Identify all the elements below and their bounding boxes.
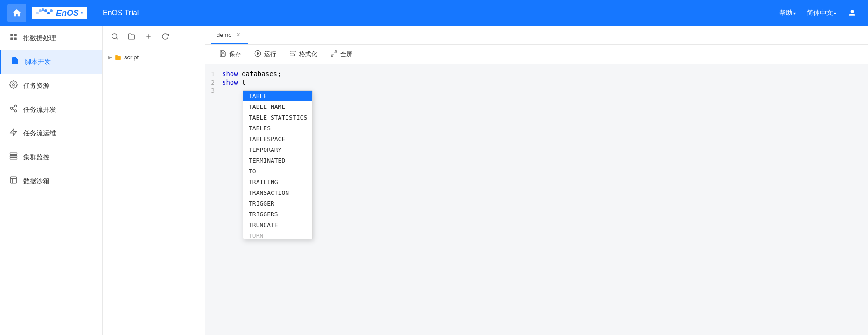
logo: EnOS™ [32,7,87,19]
sandbox-icon [9,176,18,186]
svg-point-13 [10,107,13,110]
autocomplete-item-trigger[interactable]: TRIGGER [243,198,312,209]
sidebar-item-script-dev[interactable]: 脚本开发 [0,50,102,74]
svg-line-32 [331,54,333,56]
sidebar-item-cluster[interactable]: 集群监控 [0,145,102,169]
workflow-dev-icon [9,104,18,115]
file-panel: ▶ script [103,26,205,335]
svg-point-4 [47,12,50,14]
autocomplete-item-transaction[interactable]: TRANSACTION [243,187,312,198]
line-number-1: 1 [205,71,222,78]
autocomplete-item-temporary[interactable]: TEMPORARY [243,144,312,155]
svg-rect-19 [10,156,17,157]
svg-point-22 [112,34,117,39]
sidebar-item-batch-data[interactable]: 批数据处理 [0,26,102,50]
sidebar-label-task: 任务资源 [23,82,49,90]
autocomplete-item-table-statistics[interactable]: TABLE_STATISTICS [243,112,312,123]
sidebar: 批数据处理 脚本开发 任务资源 任务流开发 任务流运维 [0,26,103,335]
tab-bar: demo ✕ [205,26,868,45]
header-title: EnOS Trial [103,9,139,17]
autocomplete-item-triggers[interactable]: TRIGGERS [243,209,312,220]
tab-close-button[interactable]: ✕ [235,31,242,39]
code-text-1: databases; [242,70,281,78]
line-number-3: 3 [205,87,222,94]
workflow-ops-icon [9,128,18,139]
fullscreen-button[interactable]: 全屏 [324,48,359,61]
logo-en-text: En [56,8,67,18]
file-toolbar [103,26,205,47]
svg-rect-10 [14,38,17,40]
header-right: 帮助 ▾ 简体中文 ▾ [776,7,861,20]
editor-toolbar: 保存 运行 格式化 全屏 [205,45,868,64]
task-resource-icon [9,80,18,91]
sidebar-label-cluster: 集群监控 [23,153,49,162]
add-file-button[interactable] [142,30,155,43]
svg-marker-17 [10,129,17,136]
svg-line-15 [12,109,14,110]
svg-point-6 [851,10,854,13]
file-tree: ▶ script [103,47,205,335]
editor-area: demo ✕ 保存 运行 格式化 [205,26,868,335]
logo-os-text: OS [67,8,79,18]
svg-point-1 [39,9,42,12]
svg-line-31 [335,51,336,53]
svg-line-16 [12,107,14,108]
autocomplete-item-truncate[interactable]: TRUNCATE [243,220,312,230]
sidebar-item-sandbox[interactable]: 数据沙箱 [0,169,102,193]
fullscreen-label: 全屏 [340,50,352,58]
help-button[interactable]: 帮助 ▾ [776,7,799,19]
user-avatar[interactable] [844,7,861,20]
save-icon [219,50,226,58]
svg-rect-21 [10,177,17,183]
sidebar-label-script: 脚本开发 [25,58,51,66]
code-line-1: 1 show databases; [205,70,868,78]
cluster-icon [9,152,18,163]
line-content-1: show databases; [222,70,868,78]
svg-point-12 [14,105,17,107]
refresh-button[interactable] [159,30,172,43]
line-number-2: 2 [205,79,222,86]
svg-rect-8 [14,34,17,36]
format-label: 格式化 [299,50,317,58]
format-button[interactable]: 格式化 [283,48,324,61]
sidebar-label-workflow-ops: 任务流运维 [23,129,56,138]
code-editor[interactable]: 1 show databases; 2 show t 3 TABLE [205,64,868,335]
file-tree-script[interactable]: ▶ script [103,51,205,64]
autocomplete-item-table-name[interactable]: TABLE_NAME [243,101,312,112]
keyword-show-1: show [222,70,238,78]
svg-point-3 [44,9,47,12]
autocomplete-item-tables[interactable]: TABLES [243,123,312,134]
code-line-2: 2 show t [205,78,868,86]
header: EnOS™ EnOS Trial 帮助 ▾ 简体中文 ▾ [0,0,868,26]
svg-rect-29 [290,53,294,54]
home-button[interactable] [7,4,26,22]
fullscreen-icon [330,50,337,58]
sidebar-label-workflow-dev: 任务流开发 [23,106,56,114]
run-icon [254,50,261,58]
autocomplete-item-table[interactable]: TABLE [243,91,312,101]
autocomplete-dropdown: TABLE TABLE_NAME TABLE_STATISTICS TABLES… [243,90,313,239]
sidebar-item-workflow-dev[interactable]: 任务流开发 [0,98,102,121]
autocomplete-item-tablespace[interactable]: TABLESPACE [243,134,312,144]
sidebar-item-workflow-ops[interactable]: 任务流运维 [0,121,102,145]
svg-point-2 [42,8,44,11]
new-folder-button[interactable] [125,30,138,43]
code-text-2: t [242,78,245,86]
keyword-show-2: show [222,78,238,86]
sidebar-item-task-resource[interactable]: 任务资源 [0,74,102,98]
autocomplete-item-turn[interactable]: TURN [243,230,312,239]
autocomplete-item-to[interactable]: TO [243,166,312,177]
language-caret-icon: ▾ [834,11,836,16]
tree-arrow-icon: ▶ [108,55,112,60]
tab-label: demo [217,31,232,38]
save-button[interactable]: 保存 [213,48,248,61]
svg-line-23 [116,38,118,39]
tab-demo[interactable]: demo ✕ [211,26,248,44]
autocomplete-item-trailing[interactable]: TRAILING [243,177,312,187]
svg-point-0 [36,12,39,14]
search-button[interactable] [108,30,121,43]
language-button[interactable]: 简体中文 ▾ [803,7,840,19]
autocomplete-item-terminated[interactable]: TERMINATED [243,155,312,166]
run-button[interactable]: 运行 [248,48,283,61]
folder-label: script [124,54,139,61]
